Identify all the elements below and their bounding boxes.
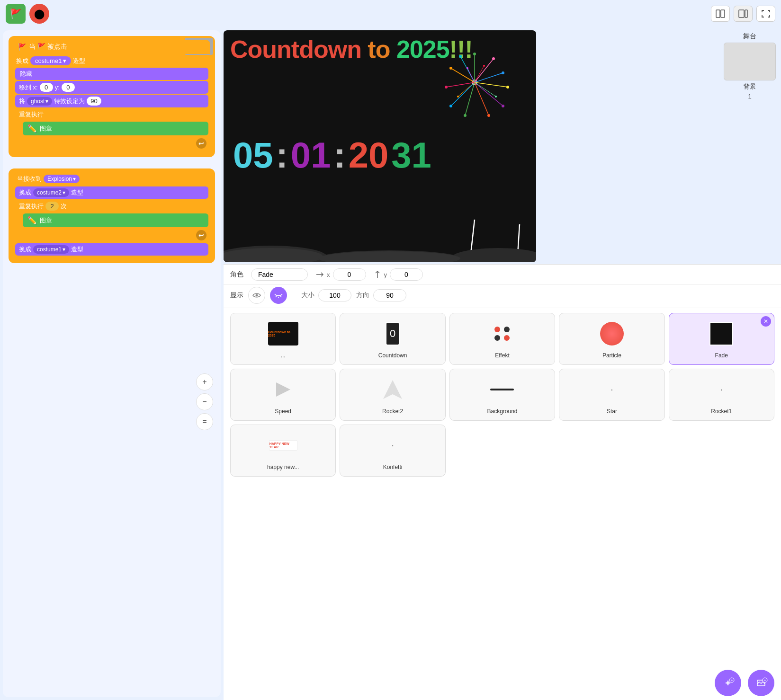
stamp-block-2: ✏️ 图章: [23, 213, 208, 227]
bottom-panel: 角色 x y: [224, 264, 781, 700]
y-coord-input[interactable]: [390, 268, 423, 281]
zoom-in-btn[interactable]: +: [196, 373, 213, 390]
sprite-name-fade: Fade: [715, 352, 728, 359]
sprite-name-countdown: Countdown: [378, 352, 407, 359]
x-input-1[interactable]: 0: [40, 83, 53, 92]
sprite-card-rocket2[interactable]: Rocket2: [340, 369, 445, 421]
star-dot-icon: •: [611, 388, 612, 392]
sprite-card-fade[interactable]: ✕ Fade: [669, 313, 774, 365]
y-coord-group: y: [374, 268, 423, 281]
happynew-text: HAPPY NEW YEAR: [269, 442, 297, 449]
svg-point-19: [506, 86, 509, 89]
digit-icon: 0: [386, 322, 400, 346]
add-scene-btn[interactable]: +: [748, 670, 774, 696]
y-input-1[interactable]: 0: [62, 83, 75, 92]
layout-btn-2[interactable]: [734, 6, 753, 22]
sprite-card-background[interactable]: Background: [449, 369, 555, 421]
svg-line-6: [475, 59, 494, 82]
svg-point-25: [449, 67, 452, 70]
sprite-img-konfetti: •: [376, 429, 409, 462]
svg-point-33: [457, 96, 459, 97]
add-sprite-btn[interactable]: +: [715, 670, 741, 696]
svg-point-21: [487, 114, 490, 117]
sprite-card-speed[interactable]: Speed: [230, 369, 336, 421]
layout-1-icon: [716, 9, 725, 18]
message-val: Explosion: [47, 176, 72, 182]
switch-label-2: 换成: [19, 188, 31, 197]
svg-point-20: [502, 105, 504, 107]
sprite-card-effekt[interactable]: Effekt: [449, 313, 555, 365]
timer-20: 20: [349, 134, 389, 176]
sprite-name-happynew: happy new...: [267, 464, 299, 470]
delete-badge-fade[interactable]: ✕: [761, 316, 771, 327]
costume-dropdown-2[interactable]: costume2 ▾: [33, 188, 69, 197]
svg-rect-1: [721, 10, 725, 18]
block-container-1: 🚩 当 🚩 被点击 换成 costume1 ▾ 造型 隐藏: [9, 36, 215, 157]
switch-costume-block-2: 换成 costume2 ▾ 造型: [15, 186, 208, 199]
bottom-buttons-row: + +: [224, 666, 781, 700]
top-bar: 🚩 ⬤: [0, 0, 781, 27]
right-area: Countdown to 2025!!!: [224, 27, 781, 700]
zoom-controls: + − =: [196, 373, 213, 430]
timer-colon-2: :: [333, 134, 345, 176]
zoom-reset-btn[interactable]: =: [196, 413, 213, 430]
chevron-icon-1: ▾: [63, 57, 66, 64]
canvas-display: Countdown to 2025!!!: [224, 30, 536, 262]
green-flag-btn[interactable]: 🚩: [6, 4, 26, 24]
repeat-block-2: 重复执行 2 次: [15, 200, 208, 213]
loop-indicator-2: ↩: [13, 228, 210, 242]
sprite-card-countdown-bg[interactable]: Countdown to 2025 ...: [230, 313, 336, 365]
svg-line-7: [475, 73, 503, 82]
stop-btn[interactable]: ⬤: [29, 4, 49, 24]
effect-chevron: ▾: [45, 98, 48, 105]
sprite-name-countdown-bg: ...: [281, 352, 286, 359]
sprite-img-background: [485, 373, 519, 406]
costume-dropdown-3[interactable]: costume1 ▾: [33, 245, 69, 254]
switch-costume-block-1: 换成 costume1 ▾ 造型: [13, 55, 210, 67]
sprite-card-happynew[interactable]: HAPPY NEW YEAR happy new...: [230, 425, 336, 477]
effect-val: ghost: [31, 98, 45, 105]
hat-block-1: 🚩 当 🚩 被点击: [13, 40, 210, 54]
green-flag-icon: 🚩: [10, 8, 22, 19]
x-coord-input[interactable]: [333, 268, 366, 281]
costume-dropdown-1[interactable]: costume1 ▾: [30, 56, 71, 65]
loop-arrow-1: ↩: [196, 138, 206, 149]
x-label: x: [327, 271, 330, 278]
sprite-card-rocket1[interactable]: • Rocket1: [669, 369, 774, 421]
sprite-name-input[interactable]: [251, 268, 308, 281]
repeat-num-input[interactable]: 2: [45, 202, 59, 211]
size-input[interactable]: [318, 289, 351, 301]
zoom-out-icon: −: [202, 398, 206, 406]
svg-line-43: [276, 296, 277, 297]
fullscreen-btn[interactable]: [756, 6, 775, 22]
zoom-in-icon: +: [202, 378, 206, 386]
vis-label: 显示: [230, 291, 243, 300]
sprite-img-star: •: [595, 373, 628, 406]
sprite-card-konfetti[interactable]: • Konfetti: [340, 425, 445, 477]
sprite-card-countdown[interactable]: 0 Countdown: [340, 313, 445, 365]
effect-num-input[interactable]: 90: [87, 97, 101, 106]
svg-marker-46: [276, 382, 290, 397]
sprite-card-particle[interactable]: Particle: [559, 313, 664, 365]
pen-icon-2: ✏️: [27, 216, 37, 225]
costume-val-3: costume1: [37, 246, 62, 253]
timer-31: 31: [391, 134, 431, 176]
sprite-card-star[interactable]: • Star: [559, 369, 664, 421]
svg-point-42: [256, 294, 258, 297]
eye-visible-btn[interactable]: [248, 287, 265, 304]
message-dropdown[interactable]: Explosion ▾: [44, 175, 80, 183]
stage-info-panel: 舞台 背景 1: [721, 30, 778, 262]
costume-label-2: 造型: [71, 188, 83, 197]
stamp-label-1: 图章: [40, 124, 52, 133]
dir-input[interactable]: [373, 289, 406, 301]
eye-hidden-btn[interactable]: [270, 287, 287, 304]
direction-group: 方向: [356, 289, 406, 301]
main-layout: 🚩 当 🚩 被点击 换成 costume1 ▾ 造型 隐藏: [0, 27, 781, 700]
effect-dropdown[interactable]: ghost ▾: [27, 97, 52, 106]
blob-icon: [600, 322, 624, 346]
layout-btn-1[interactable]: [711, 6, 730, 22]
fullscreen-icon: [761, 9, 771, 18]
title-countdown: Countdown: [230, 35, 368, 63]
svg-point-16: [473, 53, 476, 55]
zoom-out-btn[interactable]: −: [196, 393, 213, 410]
